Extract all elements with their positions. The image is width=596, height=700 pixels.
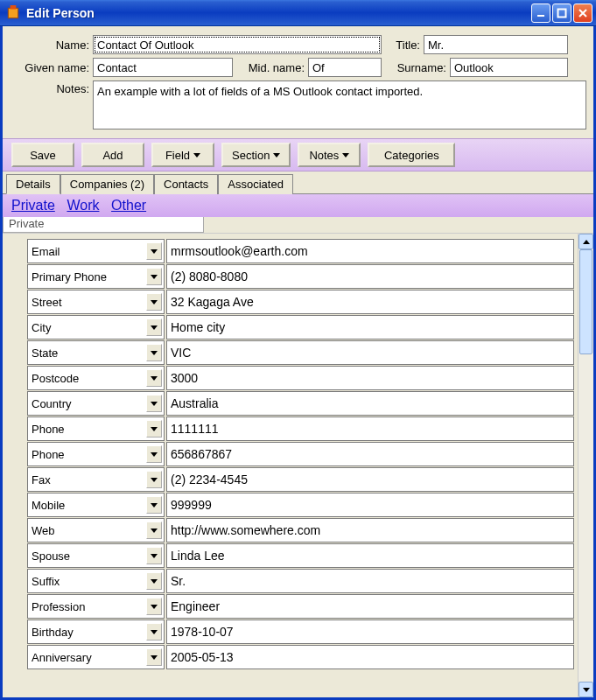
field-type-select[interactable]: Birthday: [27, 620, 165, 644]
section-button[interactable]: Section: [221, 143, 291, 167]
field-value-input[interactable]: [166, 594, 574, 619]
field-value-input[interactable]: [166, 543, 574, 568]
scroll-thumb[interactable]: [579, 249, 592, 354]
chevron-down-icon[interactable]: [146, 369, 162, 387]
field-type-label: Primary Phone: [32, 270, 107, 284]
field-value-input[interactable]: [166, 416, 574, 441]
field-type-select[interactable]: State: [27, 340, 165, 365]
chevron-down-icon[interactable]: [146, 445, 162, 463]
details-grid-wrap: EmailPrimary PhoneStreetCityStatePostcod…: [3, 233, 593, 697]
tab-details[interactable]: Details: [6, 174, 60, 194]
chevron-down-icon[interactable]: [146, 268, 162, 285]
field-type-label: Fax: [32, 473, 51, 486]
field-type-select[interactable]: Fax: [27, 467, 165, 492]
chevron-down-icon[interactable]: [146, 522, 162, 539]
field-type-label: Profession: [32, 600, 85, 613]
notes-textarea[interactable]: [93, 80, 586, 130]
tab-contacts[interactable]: Contacts: [154, 174, 218, 194]
vertical-scrollbar[interactable]: [578, 234, 593, 697]
tab-companies[interactable]: Companies (2): [60, 174, 154, 194]
section-label: Private: [3, 217, 204, 233]
scroll-track[interactable]: [578, 249, 593, 682]
field-type-select[interactable]: Phone: [27, 416, 165, 441]
field-type-select[interactable]: City: [27, 315, 165, 340]
categories-button[interactable]: Categories: [368, 143, 455, 167]
chevron-down-icon[interactable]: [146, 471, 162, 488]
notes-button[interactable]: Notes: [298, 143, 361, 167]
top-form: Name: Title: Given name: Mid. name: Surn…: [3, 26, 593, 138]
field-row: State: [27, 340, 574, 365]
chevron-down-icon[interactable]: [146, 623, 162, 640]
title-field[interactable]: [424, 35, 568, 54]
field-row: Postcode: [27, 366, 574, 390]
field-value-input[interactable]: [166, 493, 574, 517]
chevron-down-icon[interactable]: [146, 598, 162, 615]
chevron-down-icon[interactable]: [146, 547, 162, 564]
field-value-input[interactable]: [166, 391, 574, 416]
field-type-select[interactable]: Street: [27, 290, 165, 314]
field-type-select[interactable]: Email: [27, 239, 165, 263]
chevron-down-icon[interactable]: [146, 648, 162, 666]
title-label: Title:: [382, 38, 424, 52]
field-type-select[interactable]: Spouse: [27, 543, 165, 568]
close-button[interactable]: [573, 4, 592, 23]
given-name-label: Given name:: [10, 61, 93, 74]
field-row: Web: [27, 518, 574, 542]
chevron-down-icon[interactable]: [146, 572, 162, 590]
field-value-input[interactable]: [166, 467, 574, 492]
field-value-input[interactable]: [166, 645, 574, 669]
field-type-select[interactable]: Primary Phone: [27, 264, 165, 289]
surname-field[interactable]: [450, 58, 568, 77]
field-type-select[interactable]: Phone: [27, 442, 165, 466]
field-type-label: Spouse: [32, 550, 70, 563]
save-button[interactable]: Save: [11, 143, 74, 167]
field-type-select[interactable]: Mobile: [27, 493, 165, 517]
field-value-input[interactable]: [166, 569, 574, 593]
svg-rect-3: [558, 9, 566, 17]
field-value-input[interactable]: [166, 315, 574, 340]
mid-name-field[interactable]: [308, 58, 382, 77]
chevron-down-icon[interactable]: [146, 395, 162, 412]
scroll-up-button[interactable]: [578, 234, 593, 249]
minimize-button[interactable]: [531, 4, 550, 23]
field-value-input[interactable]: [166, 340, 574, 365]
field-button[interactable]: Field: [151, 143, 214, 167]
scroll-down-button[interactable]: [578, 682, 593, 697]
chevron-down-icon[interactable]: [146, 318, 162, 336]
name-field[interactable]: [93, 35, 382, 54]
field-value-input[interactable]: [166, 620, 574, 644]
chevron-down-icon[interactable]: [146, 293, 162, 311]
subnav-other[interactable]: Other: [111, 198, 146, 213]
field-row: Mobile: [27, 493, 574, 517]
field-value-input[interactable]: [166, 264, 574, 289]
subnav-work[interactable]: Work: [67, 198, 99, 213]
chevron-down-icon[interactable]: [146, 420, 162, 438]
given-name-field[interactable]: [93, 58, 233, 77]
chevron-down-icon[interactable]: [146, 344, 162, 361]
field-type-select[interactable]: Profession: [27, 594, 165, 619]
field-type-select[interactable]: Postcode: [27, 366, 165, 390]
maximize-button[interactable]: [552, 4, 571, 23]
field-type-select[interactable]: Web: [27, 518, 165, 542]
chevron-down-icon: [273, 153, 280, 158]
subnav-private[interactable]: Private: [11, 198, 55, 213]
svg-rect-0: [8, 8, 18, 18]
field-type-select[interactable]: Anniversary: [27, 645, 165, 669]
svg-rect-2: [537, 15, 544, 17]
field-row: Anniversary: [27, 645, 574, 669]
add-button[interactable]: Add: [81, 143, 144, 167]
field-type-label: Street: [32, 296, 62, 309]
field-value-input[interactable]: [166, 239, 574, 263]
field-type-select[interactable]: Country: [27, 391, 165, 416]
field-type-label: Phone: [32, 448, 65, 461]
field-type-select[interactable]: Suffix: [27, 569, 165, 593]
field-value-input[interactable]: [166, 518, 574, 542]
field-type-label: Postcode: [32, 372, 79, 385]
field-type-label: Birthday: [32, 626, 74, 639]
field-value-input[interactable]: [166, 366, 574, 390]
tab-associated[interactable]: Associated: [218, 174, 293, 194]
chevron-down-icon[interactable]: [146, 242, 162, 260]
chevron-down-icon[interactable]: [146, 496, 162, 514]
field-value-input[interactable]: [166, 442, 574, 466]
field-value-input[interactable]: [166, 290, 574, 314]
